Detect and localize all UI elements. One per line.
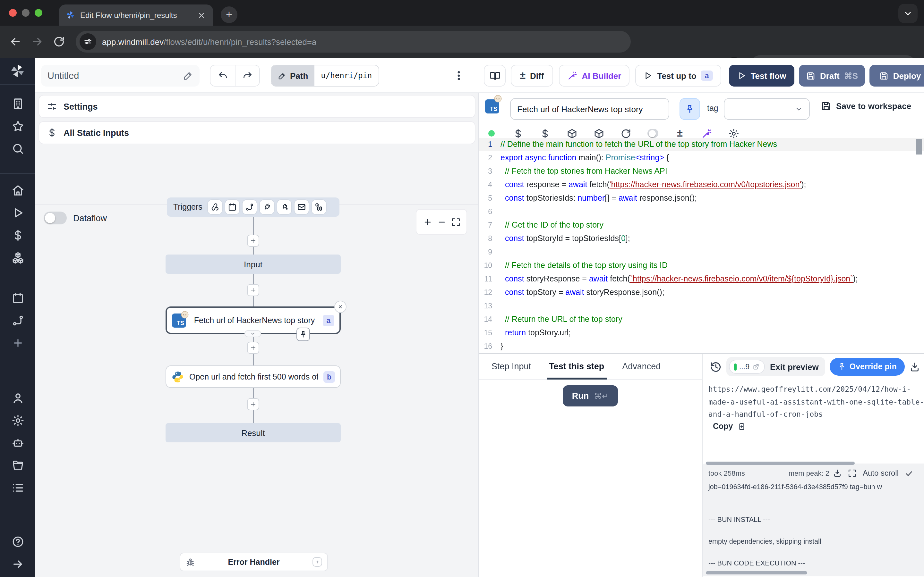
code-line[interactable]: 1// Define the main function to fetch th… [479, 138, 924, 151]
triggers-node[interactable]: Triggers [167, 197, 339, 217]
pin-button[interactable] [680, 98, 700, 120]
new-tab-button[interactable]: + [221, 6, 237, 23]
ai-builder-button[interactable]: AI Builder [559, 65, 630, 87]
dataflow-toggle[interactable] [44, 211, 67, 224]
diff-button[interactable]: ±Diff [511, 65, 553, 87]
cubes-icon[interactable] [11, 251, 24, 264]
browser-tab[interactable]: Edit Flow u/henri/pin_results [59, 5, 213, 26]
zoom-out-icon[interactable] [437, 217, 446, 227]
refresh-icon[interactable] [620, 128, 632, 139]
input-node[interactable]: Input [166, 255, 341, 274]
editor-scrollbar[interactable] [916, 139, 922, 155]
code-line[interactable]: 8 const topStoryId = topStoriesIds[0]; [479, 232, 924, 245]
settings-bar[interactable]: Settings [39, 95, 475, 118]
arrow-right-icon[interactable] [11, 558, 24, 571]
code-line[interactable]: 14 // Return the URL of the top story [479, 313, 924, 326]
add-step-button[interactable] [247, 284, 259, 296]
exit-preview-button[interactable]: Exit preview [770, 362, 819, 372]
tab-advanced[interactable]: Advanced [622, 354, 661, 379]
window-maximize-button[interactable] [35, 9, 42, 17]
calendar-icon[interactable] [226, 200, 240, 214]
list-icon[interactable] [11, 482, 24, 494]
search-icon[interactable] [11, 142, 24, 155]
code-line[interactable]: 12 const topStory = await storyResponse.… [479, 286, 924, 300]
folder-icon[interactable] [11, 459, 24, 472]
redo-button[interactable] [235, 65, 259, 86]
log-scrollbar-bottom[interactable] [706, 571, 807, 574]
robot-icon[interactable] [11, 437, 24, 450]
star-icon[interactable] [11, 120, 24, 133]
collapse-step-icon[interactable] [244, 330, 261, 337]
code-line[interactable]: 6 [479, 205, 924, 219]
download-logs-icon[interactable] [833, 469, 842, 478]
save-to-workspace-button[interactable]: Save to workspace [821, 101, 911, 111]
error-handler-node[interactable]: Error Handler [180, 553, 328, 571]
dollar-icon[interactable] [513, 128, 523, 139]
code-line[interactable]: 2export async function main(): Promise<s… [479, 151, 924, 165]
code-line[interactable]: 4 const response = await fetch('https://… [479, 178, 924, 192]
add-error-handler-icon[interactable] [312, 557, 322, 567]
route-icon[interactable] [243, 200, 257, 214]
dollar-icon[interactable] [540, 128, 551, 139]
gear-icon[interactable] [728, 128, 739, 139]
undo-button[interactable] [210, 65, 235, 86]
gear-icon[interactable] [11, 414, 24, 427]
webhook-icon[interactable] [208, 200, 222, 214]
poll-icon[interactable] [312, 200, 326, 214]
fit-view-icon[interactable] [451, 217, 460, 227]
add-step-button[interactable] [247, 235, 259, 247]
code-line[interactable]: 13 [479, 300, 924, 313]
windmill-logo-icon[interactable] [10, 63, 26, 79]
forward-icon[interactable] [31, 35, 44, 48]
expand-logs-icon[interactable] [848, 469, 857, 478]
flow-name-input[interactable]: Untitled [41, 65, 200, 87]
plug-zap-icon[interactable] [278, 200, 292, 214]
zoom-in-icon[interactable] [423, 217, 432, 227]
copy-button[interactable]: Copy [713, 422, 746, 431]
edit-pencil-icon[interactable] [183, 71, 193, 81]
static-inputs-bar[interactable]: All Static Inputs [39, 121, 475, 144]
code-line[interactable]: 9 [479, 245, 924, 259]
tab-close-icon[interactable] [196, 10, 207, 20]
test-up-to-button[interactable]: Test up toa [635, 65, 721, 87]
window-minimize-button[interactable] [22, 9, 29, 17]
dollar-icon[interactable] [11, 229, 24, 242]
path-chip[interactable]: Path u/henri/pin [271, 65, 379, 87]
result-node[interactable]: Result [166, 423, 341, 442]
history-icon[interactable] [710, 361, 722, 373]
package-icon[interactable] [567, 128, 577, 139]
tab-search-button[interactable] [898, 4, 918, 23]
reload-icon[interactable] [53, 35, 65, 48]
plug-icon[interactable] [260, 200, 274, 214]
tab-test-this-step[interactable]: Test this step [549, 354, 604, 379]
route-icon[interactable] [11, 314, 24, 327]
site-info-icon[interactable] [79, 33, 96, 50]
diff-icon[interactable]: ± [674, 128, 685, 139]
back-icon[interactable] [9, 35, 22, 48]
docs-button[interactable] [484, 65, 506, 87]
package-icon[interactable] [594, 128, 604, 139]
add-step-button[interactable] [247, 398, 259, 410]
dot-icon[interactable] [486, 128, 497, 139]
wand-icon[interactable] [701, 128, 712, 139]
add-step-button[interactable] [247, 342, 259, 354]
library-icon[interactable] [910, 126, 921, 137]
code-line[interactable]: 10 // Fetch the details of the top story… [479, 259, 924, 272]
code-line[interactable]: 15 return topStory.url; [479, 326, 924, 340]
step-title-input[interactable]: Fetch url of HackerNews top story [510, 98, 669, 120]
tab-step-input[interactable]: Step Input [491, 354, 531, 379]
code-line[interactable]: 7 // Get the ID of the top story [479, 219, 924, 232]
remove-step-icon[interactable] [334, 301, 347, 313]
draft-button[interactable]: Draft⌘S [799, 65, 865, 87]
help-icon[interactable] [11, 535, 24, 548]
user-icon[interactable] [11, 392, 24, 405]
building-icon[interactable] [11, 97, 24, 110]
home-icon[interactable] [11, 184, 24, 197]
calendar-icon[interactable] [11, 292, 24, 305]
code-line[interactable]: 16} [479, 340, 924, 353]
flow-step-node-b[interactable]: Open url and fetch first 500 words of ..… [166, 366, 341, 388]
job-badge[interactable]: ...9 [729, 359, 765, 374]
toggle-icon[interactable] [648, 128, 658, 139]
code-editor[interactable]: 1// Define the main function to fetch th… [479, 138, 924, 353]
check-icon[interactable] [905, 469, 913, 477]
